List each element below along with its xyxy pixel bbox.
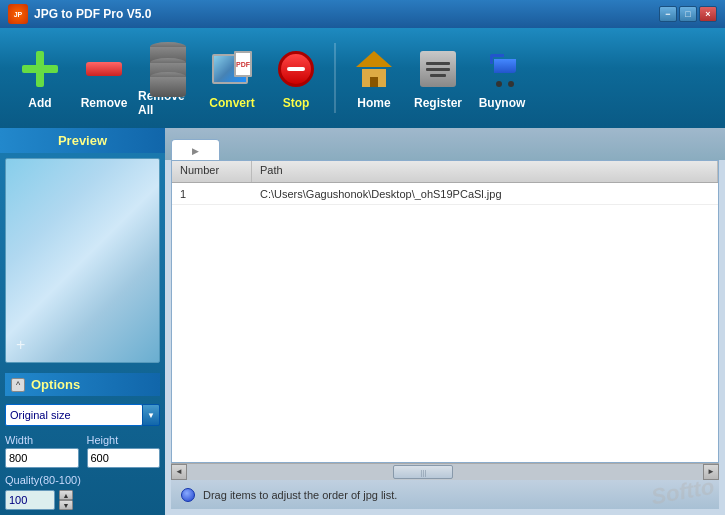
file-list-body: 1 C:\Users\Gagushonok\Desktop\_ohS19PCaS… bbox=[172, 183, 718, 462]
toolbar-separator bbox=[334, 43, 336, 113]
dropdown-arrow-icon[interactable]: ▼ bbox=[142, 404, 160, 426]
scroll-right-button[interactable]: ► bbox=[703, 464, 719, 480]
row-path: C:\Users\Gagushonok\Desktop\_ohS19PCaSl.… bbox=[252, 186, 718, 202]
maximize-button[interactable]: □ bbox=[679, 6, 697, 22]
add-button[interactable]: Add bbox=[10, 36, 70, 121]
scroll-track[interactable]: ||| bbox=[187, 464, 703, 480]
quality-row: ▲ ▼ bbox=[5, 490, 160, 510]
stop-button[interactable]: Stop bbox=[266, 36, 326, 121]
remove-all-icon bbox=[145, 39, 191, 85]
main-area: Preview ^ Options Original size Custom s… bbox=[0, 128, 725, 515]
left-panel: Preview ^ Options Original size Custom s… bbox=[0, 128, 165, 515]
options-header: ^ Options bbox=[5, 373, 160, 396]
stop-label: Stop bbox=[283, 96, 310, 110]
quality-up-button[interactable]: ▲ bbox=[59, 490, 73, 500]
remove-label: Remove bbox=[81, 96, 128, 110]
size-dropdown-container: Original size Custom size A4 Letter ▼ bbox=[5, 404, 160, 426]
preview-header: Preview bbox=[0, 128, 165, 153]
column-header-path: Path bbox=[252, 161, 718, 182]
quality-down-button[interactable]: ▼ bbox=[59, 500, 73, 510]
remove-button[interactable]: Remove bbox=[74, 36, 134, 121]
add-icon bbox=[17, 46, 63, 92]
main-tab[interactable]: ▶ bbox=[171, 139, 220, 160]
title-bar: JP JPG to PDF Pro V5.0 − □ × bbox=[0, 0, 725, 28]
home-label: Home bbox=[357, 96, 390, 110]
collapse-icon: ^ bbox=[16, 380, 20, 390]
remove-icon bbox=[81, 46, 127, 92]
table-row[interactable]: 1 C:\Users\Gagushonok\Desktop\_ohS19PCaS… bbox=[172, 183, 718, 205]
convert-label: Convert bbox=[209, 96, 254, 110]
height-input[interactable] bbox=[87, 448, 161, 468]
register-button[interactable]: Register bbox=[408, 36, 468, 121]
window-title: JPG to PDF Pro V5.0 bbox=[34, 7, 659, 21]
scroll-left-button[interactable]: ◄ bbox=[171, 464, 187, 480]
home-button[interactable]: Home bbox=[344, 36, 404, 121]
horizontal-scrollbar[interactable]: ◄ ||| ► bbox=[171, 463, 719, 479]
stop-icon bbox=[273, 46, 319, 92]
buynow-button[interactable]: Buynow bbox=[472, 36, 532, 121]
convert-icon: PDF bbox=[209, 46, 255, 92]
close-button[interactable]: × bbox=[699, 6, 717, 22]
toolbar: Add Remove Remove All PDF Conver bbox=[0, 28, 725, 128]
status-text: Drag items to adjust the order of jpg li… bbox=[203, 489, 397, 501]
buynow-label: Buynow bbox=[479, 96, 526, 110]
options-collapse-button[interactable]: ^ bbox=[11, 378, 25, 392]
height-field: Height bbox=[87, 434, 161, 468]
convert-button[interactable]: PDF Convert bbox=[202, 36, 262, 121]
status-dot-icon bbox=[181, 488, 195, 502]
preview-title: Preview bbox=[58, 133, 107, 148]
height-label: Height bbox=[87, 434, 161, 446]
remove-all-button[interactable]: Remove All bbox=[138, 36, 198, 121]
width-field: Width bbox=[5, 434, 79, 468]
options-section: ^ Options Original size Custom size A4 L… bbox=[0, 368, 165, 515]
size-dropdown[interactable]: Original size Custom size A4 Letter bbox=[5, 404, 143, 426]
options-title: Options bbox=[31, 377, 80, 392]
status-bar: Drag items to adjust the order of jpg li… bbox=[171, 479, 719, 509]
row-number: 1 bbox=[172, 186, 252, 202]
right-panel: ▶ Number Path 1 C:\Users\Gagushonok\Desk… bbox=[165, 128, 725, 515]
add-label: Add bbox=[28, 96, 51, 110]
quality-spinner: ▲ ▼ bbox=[59, 490, 73, 510]
buynow-icon bbox=[479, 46, 525, 92]
quality-input[interactable] bbox=[5, 490, 55, 510]
file-list-header: Number Path bbox=[172, 161, 718, 183]
register-label: Register bbox=[414, 96, 462, 110]
preview-image bbox=[5, 158, 160, 363]
column-header-number: Number bbox=[172, 161, 252, 182]
width-input[interactable] bbox=[5, 448, 79, 468]
home-icon bbox=[351, 46, 397, 92]
title-controls: − □ × bbox=[659, 6, 717, 22]
register-icon bbox=[415, 46, 461, 92]
dimensions-row: Width Height bbox=[5, 434, 160, 468]
minimize-button[interactable]: − bbox=[659, 6, 677, 22]
tab-area: ▶ bbox=[165, 128, 725, 160]
file-list-container: Number Path 1 C:\Users\Gagushonok\Deskto… bbox=[171, 160, 719, 463]
app-icon: JP bbox=[8, 4, 28, 24]
scroll-thumb[interactable]: ||| bbox=[393, 465, 453, 479]
width-label: Width bbox=[5, 434, 79, 446]
quality-label: Quality(80-100) bbox=[5, 474, 160, 486]
